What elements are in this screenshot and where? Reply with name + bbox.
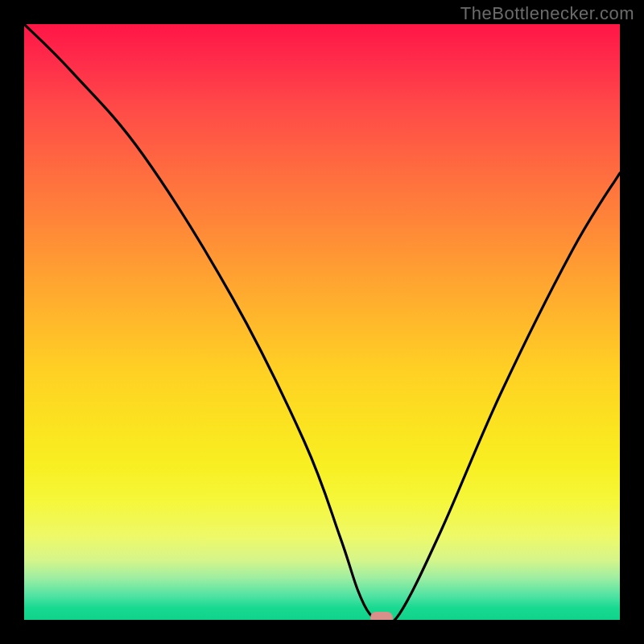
optimal-marker <box>370 612 393 620</box>
curve-svg <box>24 24 620 620</box>
plot-area <box>24 24 620 620</box>
watermark-text: TheBottlenecker.com <box>460 3 634 24</box>
chart-stage: TheBottlenecker.com <box>0 0 644 644</box>
bottleneck-curve <box>24 24 620 620</box>
